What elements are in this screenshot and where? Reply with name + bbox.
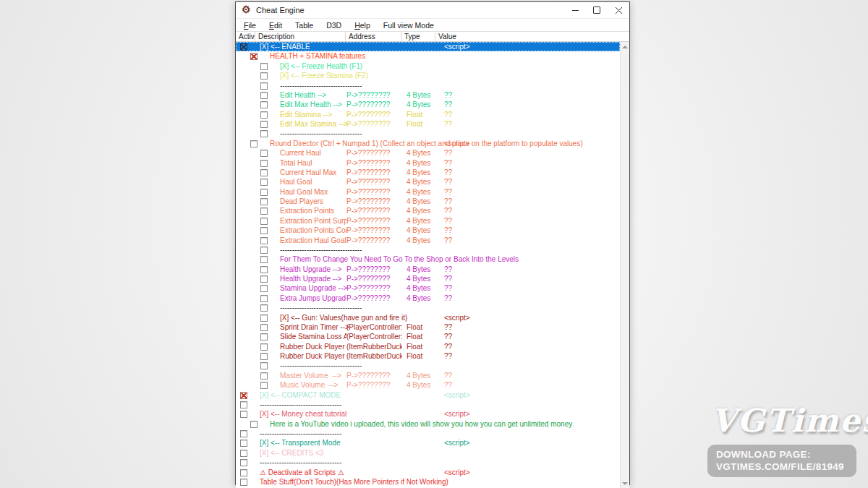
active-checkbox[interactable] <box>260 324 268 331</box>
table-row[interactable]: Haul GoalP->????????4 Bytes?? <box>236 177 620 187</box>
active-checkbox[interactable] <box>260 169 268 176</box>
active-checkbox[interactable] <box>260 218 268 225</box>
active-checkbox[interactable] <box>260 179 268 186</box>
table-row[interactable]: [X] <-- Transparent Mode<script> <box>236 438 620 448</box>
column-header-type[interactable]: Type <box>401 32 435 41</box>
active-checkbox[interactable] <box>260 111 268 119</box>
table-row[interactable]: Round Director (Ctrl + Numpad 1) (Collec… <box>236 139 620 148</box>
table-row[interactable]: ---------------------------------- <box>236 129 620 138</box>
active-checkbox-checked[interactable] <box>240 43 247 51</box>
active-checkbox[interactable] <box>260 150 268 157</box>
active-checkbox[interactable] <box>260 237 268 244</box>
table-row[interactable]: Edit Health -->P->????????4 Bytes?? <box>236 90 620 100</box>
table-row[interactable]: [X] <-- Freeze Stamina (F2) <box>236 71 620 80</box>
active-checkbox-checked[interactable] <box>250 53 258 60</box>
menu-full-view-mode[interactable]: Full view Mode <box>377 20 441 31</box>
close-button[interactable] <box>608 2 629 18</box>
active-checkbox[interactable] <box>260 160 268 167</box>
vertical-scrollbar[interactable] <box>620 42 629 488</box>
active-checkbox[interactable] <box>260 82 268 90</box>
table-row[interactable]: ---------------------------------- <box>236 429 620 438</box>
active-checkbox[interactable] <box>260 198 268 205</box>
column-header-address[interactable]: Address <box>346 32 401 41</box>
menu-edit[interactable]: Edit <box>263 20 289 31</box>
menu-help[interactable]: Help <box>348 20 377 31</box>
table-row[interactable]: [X] <-- Money cheat tutorial<script> <box>236 409 620 419</box>
table-row[interactable]: Music Volume -->P->????????4 Bytes?? <box>236 380 620 390</box>
column-header-active[interactable]: Active <box>236 32 255 41</box>
active-checkbox[interactable] <box>260 266 268 273</box>
table-row[interactable]: [X] <-- Gun: Values(have gun and fire it… <box>236 313 620 322</box>
active-checkbox[interactable] <box>260 275 268 283</box>
active-checkbox[interactable] <box>240 479 247 486</box>
active-checkbox[interactable] <box>260 227 268 234</box>
active-checkbox[interactable] <box>260 101 268 108</box>
table-row[interactable]: [X] <-- CREDITS <3 <box>236 448 620 458</box>
active-checkbox[interactable] <box>250 140 258 147</box>
table-row[interactable]: Master Volume -->P->????????4 Bytes?? <box>236 371 620 380</box>
scroll-down-button[interactable] <box>621 479 629 488</box>
minimize-button[interactable] <box>564 2 586 18</box>
menu-file[interactable]: File <box>237 20 263 31</box>
table-row[interactable]: Rubber Duck Player Tumb(ItemRubberDuck:Q… <box>236 342 620 351</box>
active-checkbox[interactable] <box>260 295 268 302</box>
table-row[interactable]: [X] <-- ENABLE<script> <box>236 42 620 51</box>
menu-table[interactable]: Table <box>289 20 320 31</box>
table-row[interactable]: Stamina Upgrade -->P->????????4 Bytes?? <box>236 283 620 293</box>
active-checkbox[interactable] <box>260 343 268 351</box>
table-row[interactable]: ---------------------------------- <box>236 361 620 370</box>
active-checkbox[interactable] <box>240 469 247 476</box>
active-checkbox[interactable] <box>260 247 268 254</box>
table-row[interactable]: ---------------------------------- <box>236 245 620 254</box>
active-checkbox-checked[interactable] <box>240 392 247 399</box>
active-checkbox[interactable] <box>260 353 268 360</box>
table-row[interactable]: ⚠ Deactivate all Scripts ⚠<script> <box>236 468 620 477</box>
active-checkbox[interactable] <box>260 256 268 263</box>
table-row[interactable]: Sprint Drain Timer -->(PlayerController:… <box>236 322 620 332</box>
table-row[interactable]: HEALTH + STAMINA features <box>236 51 620 61</box>
table-row[interactable]: Dead PlayersP->????????4 Bytes?? <box>236 197 620 206</box>
table-row[interactable]: ---------------------------------- <box>236 303 620 312</box>
table-row[interactable]: Edit Max Stamina -->P->????????Float?? <box>236 119 620 129</box>
menu-d3d[interactable]: D3D <box>320 20 348 31</box>
active-checkbox[interactable] <box>260 304 268 312</box>
active-checkbox[interactable] <box>240 450 247 457</box>
active-checkbox[interactable] <box>240 411 247 418</box>
active-checkbox[interactable] <box>250 421 258 428</box>
maximize-button[interactable] <box>586 2 608 18</box>
table-row[interactable]: Edit Stamina -->P->????????Float?? <box>236 110 620 119</box>
active-checkbox[interactable] <box>260 63 268 70</box>
active-checkbox[interactable] <box>260 92 268 99</box>
table-row[interactable]: Extraction Haul GoalP->????????4 Bytes?? <box>236 236 620 245</box>
active-checkbox[interactable] <box>260 121 268 128</box>
scroll-up-button[interactable] <box>621 42 629 51</box>
table-row[interactable]: Here is a YouTube video i uploaded, this… <box>236 419 620 429</box>
table-row[interactable]: Slide Stamina Loss Amou(PlayerController… <box>236 332 620 341</box>
active-checkbox[interactable] <box>260 207 268 215</box>
active-checkbox[interactable] <box>260 285 268 292</box>
table-row[interactable]: Rubber Duck Player Tumb(ItemRubberDuck:Q… <box>236 351 620 361</box>
active-checkbox[interactable] <box>240 440 247 447</box>
active-checkbox[interactable] <box>260 382 268 389</box>
active-checkbox[interactable] <box>260 189 268 196</box>
table-row[interactable]: [X] <-- COMPACT MODE<script> <box>236 390 620 400</box>
table-row[interactable]: ---------------------------------- <box>236 458 620 467</box>
table-row[interactable]: Total HaulP->????????4 Bytes?? <box>236 158 620 168</box>
table-row[interactable]: Extraction Point SurplusP->????????4 Byt… <box>236 216 620 226</box>
table-row[interactable]: Table Stuff(Don't Touch)(Has More Pointe… <box>236 477 620 487</box>
active-checkbox[interactable] <box>260 372 268 380</box>
table-row[interactable]: For Them To Change You Need To Go To the… <box>236 254 620 264</box>
table-row[interactable]: Health Upgrade -->P->????????4 Bytes?? <box>236 265 620 274</box>
table-row[interactable]: ---------------------------------- <box>236 81 620 90</box>
table-row[interactable]: Extraction PointsP->????????4 Bytes?? <box>236 206 620 215</box>
table-row[interactable]: Extra Jumps Upgrade -->P->????????4 Byte… <box>236 294 620 303</box>
active-checkbox[interactable] <box>260 130 268 137</box>
table-row[interactable]: Extraction Points CompleP->????????4 Byt… <box>236 226 620 235</box>
active-checkbox[interactable] <box>260 314 268 322</box>
active-checkbox[interactable] <box>240 401 247 408</box>
table-row[interactable]: Health Upgrade -->P->????????4 Bytes?? <box>236 274 620 283</box>
column-header-value[interactable]: Value <box>435 32 622 41</box>
active-checkbox[interactable] <box>260 362 268 369</box>
column-header-description[interactable]: Description <box>255 32 346 41</box>
active-checkbox[interactable] <box>240 459 247 466</box>
